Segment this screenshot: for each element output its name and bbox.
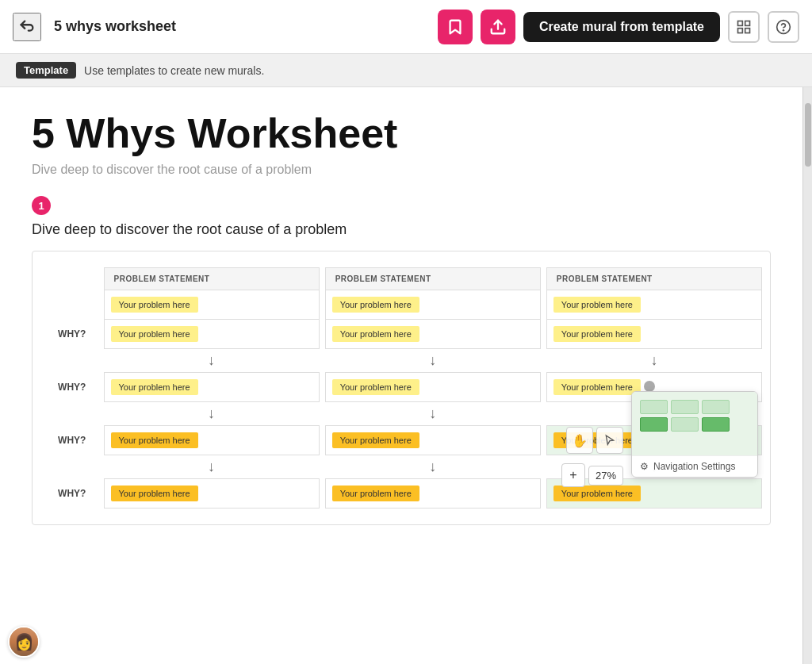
why-cell-4-2[interactable]: Your problem here — [325, 479, 540, 509]
scrollbar[interactable] — [802, 87, 812, 664]
zoom-value: 27% — [588, 466, 623, 486]
template-description: Use templates to create new murals. — [84, 64, 264, 77]
cursor-tool-button[interactable] — [596, 427, 623, 454]
create-mural-button[interactable]: Create mural from template — [523, 12, 720, 42]
zoom-in-button[interactable]: + — [561, 463, 585, 487]
template-bar: Template Use templates to create new mur… — [0, 54, 812, 87]
problem-tag: Your problem here — [111, 326, 198, 342]
page-title: 5 whys worksheet — [54, 18, 425, 35]
why-cell-1-1[interactable]: Your problem here — [104, 320, 319, 349]
col-header-3: PROBLEM STATEMENT — [546, 268, 761, 290]
problem-cell-1-1[interactable]: Your problem here — [104, 290, 319, 320]
problem-tag: Your problem here — [111, 379, 198, 395]
nav-mini-cell — [640, 417, 668, 432]
svg-rect-3 — [738, 28, 743, 33]
back-button[interactable] — [13, 13, 41, 41]
section-title: Dive deep to discover the root cause of … — [32, 221, 771, 238]
problem-tag: Your problem here — [332, 379, 419, 395]
section-number: 1 — [32, 196, 51, 215]
worksheet-container: PROBLEM STATEMENT PROBLEM STATEMENT PROB… — [32, 251, 771, 525]
list-view-button[interactable] — [728, 11, 760, 43]
problem-cell-1-2[interactable]: Your problem here — [325, 290, 540, 320]
why-label-1: WHY? — [40, 320, 104, 349]
why-cell-2-2[interactable]: Your problem here — [325, 373, 540, 402]
svg-rect-1 — [738, 21, 743, 25]
scroll-thumb[interactable] — [805, 103, 811, 167]
problem-tag: Your problem here — [111, 297, 198, 313]
problem-tag: Your problem here — [111, 486, 198, 501]
worksheet-subtitle: Dive deep to discover the root cause of … — [32, 163, 771, 177]
table-row: PROBLEM STATEMENT PROBLEM STATEMENT PROB… — [40, 268, 762, 290]
hand-tool-button[interactable]: ✋ — [566, 427, 593, 454]
problem-tag: Your problem here — [332, 486, 419, 501]
why-label-4: WHY? — [40, 479, 104, 509]
worksheet-title: 5 Whys Worksheet — [32, 111, 771, 156]
svg-rect-2 — [745, 21, 750, 25]
nav-footer: ⚙ Navigation Settings — [632, 455, 757, 477]
help-button[interactable] — [768, 11, 799, 43]
nav-mini-cell — [671, 417, 699, 432]
problem-tag: Your problem here — [332, 297, 419, 313]
zoom-controls: + 27% — [561, 463, 623, 487]
problem-cell-1-3[interactable]: Your problem here — [546, 290, 761, 320]
svg-rect-4 — [745, 28, 750, 33]
avatar[interactable]: 👩 — [8, 626, 40, 658]
nav-mini-grid — [640, 400, 730, 432]
nav-minimap-panel: ⚙ Navigation Settings — [631, 391, 758, 478]
nav-mini-cell — [702, 400, 730, 414]
problem-tag: Your problem here — [553, 486, 641, 501]
table-row: WHY? Your problem here Your problem here… — [40, 479, 762, 509]
problem-tag: Your problem here — [553, 379, 641, 395]
why-cell-3-1[interactable]: Your problem here — [104, 426, 319, 455]
row-label-ps — [40, 290, 104, 320]
share-button[interactable] — [481, 10, 515, 44]
col-header-1: PROBLEM STATEMENT — [104, 268, 319, 290]
problem-tag: Your problem here — [553, 326, 641, 342]
problem-tag: Your problem here — [111, 432, 198, 448]
why-cell-1-2[interactable]: Your problem here — [325, 320, 540, 349]
nav-minimap — [632, 392, 757, 455]
template-badge: Template — [16, 62, 76, 79]
bookmark-button[interactable] — [438, 10, 473, 44]
problem-tag: Your problem here — [332, 432, 419, 448]
problem-tag: Your problem here — [332, 326, 419, 342]
why-label-2: WHY? — [40, 373, 104, 402]
why-cell-3-2[interactable]: Your problem here — [325, 426, 540, 455]
gear-icon: ⚙ — [640, 461, 649, 472]
why-cell-1-3[interactable]: Your problem here — [546, 320, 761, 349]
nav-mini-cell — [671, 400, 699, 414]
nav-settings-label: Navigation Settings — [653, 461, 735, 472]
avatar-face: 👩 — [10, 628, 38, 656]
why-label-3: WHY? — [40, 426, 104, 455]
problem-tag: Your problem here — [553, 297, 641, 313]
why-cell-4-1[interactable]: Your problem here — [104, 479, 319, 509]
arrow-row-1: ↓ ↓ ↓ — [40, 349, 762, 373]
nav-mini-cell — [702, 417, 730, 432]
pan-tools: ✋ — [566, 427, 623, 454]
nav-mini-cell — [640, 400, 668, 414]
why-cell-2-1[interactable]: Your problem here — [104, 373, 319, 402]
table-row: WHY? Your problem here Your problem here… — [40, 320, 762, 349]
table-row: Your problem here Your problem here Your… — [40, 290, 762, 320]
col-header-2: PROBLEM STATEMENT — [325, 268, 540, 290]
